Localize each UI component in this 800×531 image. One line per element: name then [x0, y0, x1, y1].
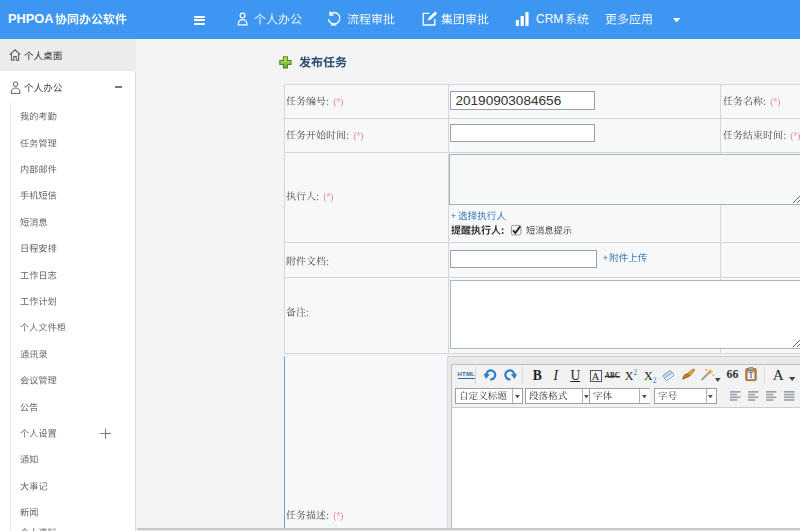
- svg-text:T: T: [748, 372, 753, 380]
